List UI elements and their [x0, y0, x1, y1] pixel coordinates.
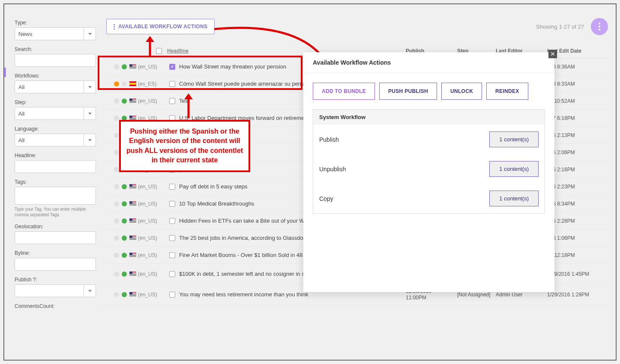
flag-icon [129, 236, 136, 240]
modal-action-button[interactable]: ADD TO BUNDLE [313, 83, 375, 100]
status-dot [122, 272, 127, 277]
row-date: 017 6:18PM [547, 115, 611, 121]
geolocation-label: Geolocation: [15, 224, 96, 230]
row-date: 019 8:33AM [547, 81, 611, 87]
accent-strip [4, 68, 6, 77]
workflow-action-row: Unpublish1 content(s) [313, 154, 545, 184]
row-checkbox[interactable] [169, 98, 175, 104]
chevron-down-icon[interactable] [84, 134, 96, 146]
flag-icon [129, 64, 136, 69]
flag-icon [129, 272, 136, 276]
row-checkbox[interactable] [169, 184, 175, 190]
step-select[interactable]: All [15, 107, 96, 120]
status-dot [114, 218, 119, 224]
workflow-actions-button[interactable]: AVAILABLE WORKFLOW ACTIONS [106, 19, 215, 34]
row-checkbox[interactable] [169, 271, 175, 277]
content-count-button[interactable]: 1 content(s) [489, 131, 539, 147]
tags-input[interactable] [15, 187, 96, 205]
row-date: 016 2:13PM [547, 132, 611, 138]
status-dot [114, 64, 119, 69]
language-label: (en_US) [129, 218, 167, 224]
comments-label: CommentsCount: [15, 303, 96, 309]
status-dot [114, 167, 119, 172]
close-button[interactable]: ✕ [548, 50, 557, 58]
row-checkbox[interactable] [169, 292, 175, 298]
flag-icon [129, 253, 136, 257]
status-dot [114, 150, 119, 155]
system-workflow-section: System Workflow Publish1 content(s)Unpub… [313, 109, 545, 214]
language-label: (en_US) [129, 98, 167, 104]
status-dot [114, 116, 119, 121]
row-checkbox[interactable] [169, 235, 175, 241]
chevron-down-icon[interactable] [84, 81, 96, 93]
chevron-down-icon[interactable] [84, 107, 96, 120]
toolbar: AVAILABLE WORKFLOW ACTIONS Showing 1-27 … [103, 9, 611, 44]
status-dot [122, 236, 127, 241]
dots-icon [114, 24, 115, 30]
row-checkbox[interactable] [169, 252, 175, 258]
select-all-checkbox[interactable] [156, 48, 162, 54]
step-label: Step: [15, 99, 96, 105]
row-checkbox[interactable] [169, 81, 175, 87]
status-dot [122, 253, 127, 258]
language-label: (en_US) [129, 201, 167, 207]
geolocation-input[interactable] [15, 231, 96, 244]
status-dot [122, 64, 127, 69]
language-label: Language: [15, 126, 96, 132]
action-name: Copy [319, 195, 333, 202]
byline-label: Byline: [15, 250, 96, 256]
flag-icon [129, 81, 136, 86]
chevron-down-icon[interactable] [84, 27, 96, 40]
filter-sidebar: Type: News Search: Workflows: All Step: … [15, 20, 96, 311]
row-date: 016 8:34PM [547, 201, 611, 207]
row-date: 17 12:18PM [547, 252, 611, 258]
action-name: Publish [319, 136, 339, 143]
status-dot [114, 253, 119, 258]
status-dot [114, 184, 119, 189]
row-date: 1/29/2016 1:45PM [547, 271, 611, 277]
content-count-button[interactable]: 1 content(s) [489, 191, 539, 206]
row-date: 016 1:06PM [547, 235, 611, 241]
workflow-modal: ✕ Available Workflow Actions ADD TO BUND… [303, 52, 554, 292]
headline-input[interactable] [15, 160, 96, 173]
chevron-down-icon[interactable] [84, 284, 96, 297]
status-dot [114, 81, 119, 87]
modal-button-row: ADD TO BUNDLEPUSH PUBLISHUNLOCKREINDEX [303, 73, 554, 109]
annotation-callout: Pushing either the Spanish or the Englis… [119, 120, 250, 172]
status-dot [114, 236, 119, 241]
dots-icon [599, 23, 600, 30]
row-editor: Admin User [496, 292, 547, 298]
search-input[interactable] [15, 54, 96, 67]
status-dot [114, 201, 119, 206]
workflows-label: Workflows: [15, 73, 96, 79]
workflows-select[interactable]: All [15, 81, 96, 93]
status-dot [122, 201, 127, 206]
row-checkbox[interactable] [169, 218, 175, 224]
type-label: Type: [15, 20, 96, 26]
publish-select[interactable] [15, 284, 96, 297]
row-date: 016 2:28PM [547, 218, 611, 224]
modal-action-button[interactable]: REINDEX [486, 83, 528, 100]
row-date: 1/29/2016 1:28PM [547, 292, 611, 298]
modal-action-button[interactable]: PUSH PUBLISH [379, 83, 437, 100]
status-dot [114, 292, 119, 297]
language-label: (en_US) [129, 184, 167, 190]
flag-icon [129, 184, 136, 189]
language-select[interactable]: All [15, 134, 96, 146]
byline-input[interactable] [15, 258, 96, 271]
row-date: 016 2:16PM [547, 167, 611, 173]
search-label: Search: [15, 46, 96, 52]
tags-label: Tags: [15, 179, 96, 185]
status-dot [122, 292, 127, 297]
modal-action-button[interactable]: UNLOCK [441, 83, 482, 100]
language-label: (en_US) [129, 64, 167, 70]
type-select[interactable]: News [15, 27, 96, 40]
content-count-button[interactable]: 1 content(s) [489, 161, 539, 177]
flag-icon [129, 292, 136, 297]
language-label: (en_US) [129, 235, 167, 241]
row-checkbox[interactable] [169, 201, 175, 207]
language-label: (es_ES) [129, 81, 167, 87]
status-dot [122, 81, 127, 87]
row-checkbox[interactable] [169, 64, 175, 70]
more-options-button[interactable] [591, 18, 608, 35]
